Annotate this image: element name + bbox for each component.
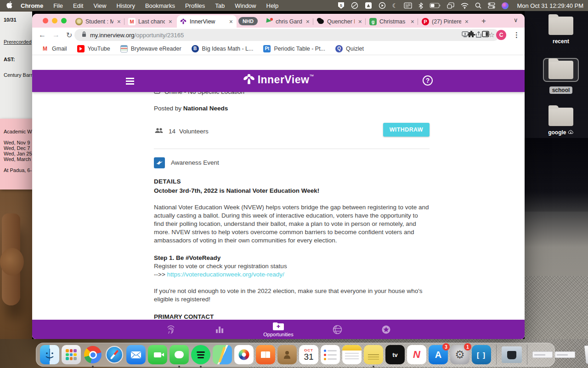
bookmark-brytewave[interactable]: Brytewave eReader [120, 45, 181, 52]
minimized-window-thumbnail[interactable] [502, 346, 522, 363]
folder-school[interactable]: school [541, 58, 581, 94]
bookmark-periodic-table[interactable]: Pt Periodic Table - Pt... [263, 45, 325, 52]
appstore-dock-icon[interactable]: A 3 [429, 345, 448, 364]
forward-button[interactable]: → [52, 31, 60, 39]
messages-dock-icon[interactable] [170, 345, 189, 364]
tab-close-icon[interactable]: × [410, 18, 415, 25]
control-center-icon[interactable] [488, 2, 495, 9]
spotlight-search-icon[interactable] [475, 2, 481, 9]
nav-opportunities[interactable]: Opportunities [263, 322, 293, 337]
tab-pinterest[interactable]: P (27) Pintere × [419, 15, 472, 28]
sticky-line: Wed, March [0, 156, 32, 162]
tab-student[interactable]: Student : My × [73, 15, 124, 28]
more-menu-icon[interactable]: ⋮ [513, 31, 520, 39]
profile-avatar[interactable]: C [496, 30, 506, 40]
triangle-box-icon[interactable] [365, 2, 372, 9]
back-button[interactable]: ← [39, 31, 46, 39]
folder-recent[interactable]: recent [541, 17, 581, 45]
play-circle-icon[interactable] [379, 2, 386, 9]
spotify-dock-icon[interactable] [191, 345, 210, 364]
minimize-window-button[interactable] [52, 18, 57, 23]
books-dock-icon[interactable] [256, 345, 275, 364]
nav-globe-icon[interactable] [333, 325, 342, 334]
stickies-dock-icon[interactable] [364, 345, 383, 364]
creative-cloud-icon[interactable] [351, 2, 358, 9]
menu-edit[interactable]: Edit [73, 2, 83, 9]
folder-icon[interactable] [548, 61, 573, 79]
menu-tab[interactable]: Tab [215, 2, 225, 9]
contacts-dock-icon[interactable] [277, 345, 297, 364]
menu-profiles[interactable]: Profiles [185, 2, 205, 9]
photos-dock-icon[interactable] [234, 345, 254, 364]
reminders-dock-icon[interactable] [321, 345, 340, 364]
screen-mirroring-icon[interactable] [447, 2, 454, 9]
shield-5-icon[interactable]: 5 [338, 2, 345, 9]
tab-chris-gardner[interactable]: chris Gardne × [263, 15, 313, 28]
folder-icon[interactable] [548, 17, 573, 35]
finder-dock-icon[interactable] [40, 345, 59, 364]
tab-gmail[interactable]: M Last chance × [125, 15, 176, 28]
tab-search-chevron-icon[interactable]: ∨ [514, 17, 518, 23]
stickies-note-pink[interactable]: Academic W Wed, Nov 9 Wed, Dec 7 Wed, Ja… [0, 119, 32, 190]
minimized-window-2[interactable] [555, 351, 575, 358]
zoom-window-button[interactable] [61, 18, 67, 23]
wifi-icon[interactable] [461, 3, 469, 9]
tab-close-icon[interactable]: × [168, 18, 173, 25]
withdraw-button[interactable]: WITHDRAW [383, 123, 430, 137]
menu-file[interactable]: File [53, 2, 63, 9]
bluetooth-icon[interactable] [418, 2, 423, 9]
siri-icon[interactable] [502, 2, 509, 9]
nav-fingerprint-icon[interactable] [166, 324, 176, 335]
bookmark-quizlet[interactable]: Q Quizlet [335, 45, 364, 52]
new-tab-button[interactable]: + [481, 17, 486, 26]
tab-close-icon[interactable]: × [464, 18, 469, 25]
brackets-app-dock-icon[interactable]: [ ] [472, 345, 491, 364]
menu-view[interactable]: View [93, 2, 106, 9]
maps-dock-icon[interactable] [213, 345, 232, 364]
settings-dock-icon[interactable]: ⚙ 1 [450, 345, 469, 364]
menu-bookmarks[interactable]: Bookmarks [145, 2, 175, 9]
help-icon[interactable]: ? [423, 75, 433, 86]
address-bar[interactable]: my.innerview.org/opportunity/23165 ☆ [74, 29, 499, 41]
appletv-dock-icon[interactable]: tv [385, 345, 405, 364]
sidebar-icon[interactable] [482, 31, 489, 39]
launchpad-dock-icon[interactable] [62, 345, 81, 364]
folder-google[interactable]: google [541, 108, 581, 136]
extensions-puzzle-icon[interactable] [468, 30, 475, 40]
focus-moon-icon[interactable]: ☾ [392, 2, 398, 9]
news-dock-icon[interactable]: N [407, 345, 426, 364]
folder-icon[interactable] [548, 108, 573, 126]
stickies-note-grey[interactable]: 10/31 Prerecorded AST: Century Barn [0, 12, 32, 119]
nav-stats-icon[interactable] [215, 325, 224, 334]
bookmark-youtube[interactable]: YouTube [77, 45, 110, 52]
tab-close-icon[interactable]: × [228, 18, 234, 25]
apple-menu-icon[interactable] [6, 1, 12, 10]
bookmark-gmail[interactable]: M Gmail [41, 45, 67, 52]
calendar-dock-icon[interactable]: OCT 31 [299, 345, 318, 364]
tab-group-nhd[interactable]: NHD [238, 17, 258, 25]
notes-dock-icon[interactable] [342, 345, 362, 364]
input-menu-icon[interactable] [404, 2, 412, 9]
safari-dock-icon[interactable] [105, 345, 124, 364]
tab-quencher[interactable]: Quencher H × [314, 15, 366, 28]
vote-ready-link[interactable]: https://votereducationweek.org/vote-read… [167, 271, 284, 278]
menu-window[interactable]: Window [235, 2, 256, 9]
tab-christmas[interactable]: g Christmas | × [367, 15, 418, 28]
nav-star-icon[interactable] [381, 325, 391, 334]
mail-dock-icon[interactable] [126, 345, 146, 364]
facetime-dock-icon[interactable] [148, 345, 167, 364]
close-window-button[interactable] [43, 18, 48, 23]
tab-close-icon[interactable]: × [116, 18, 122, 25]
battery-icon[interactable] [430, 3, 441, 8]
menu-bar-clock[interactable]: Mon Oct 31 12:29:40 PM [517, 2, 583, 9]
menu-help[interactable]: Help [266, 2, 279, 9]
menu-app-name[interactable]: Chrome [21, 2, 43, 9]
bookmark-bigideas[interactable]: B Big Ideas Math - L... [192, 45, 254, 52]
menu-history[interactable]: History [116, 2, 135, 9]
tab-close-icon[interactable]: × [305, 18, 311, 25]
reload-button[interactable]: ↻ [66, 31, 72, 40]
tab-close-icon[interactable]: × [357, 18, 363, 25]
chrome-dock-icon[interactable] [83, 345, 102, 364]
tab-innerview-active[interactable]: InnerView × [177, 15, 237, 28]
minimized-window-1[interactable] [532, 351, 553, 358]
